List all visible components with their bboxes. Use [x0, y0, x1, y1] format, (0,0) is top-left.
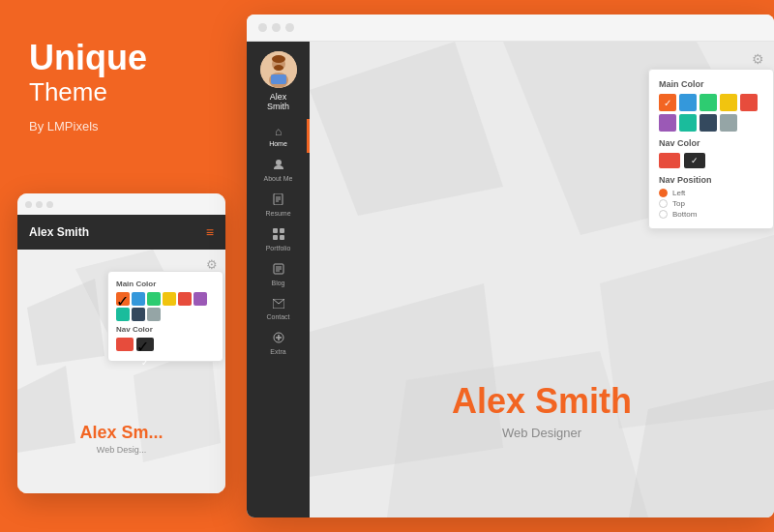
desktop-nav-color-title: Nav Color	[659, 138, 763, 148]
color-swatch-orange[interactable]: ✓	[116, 292, 130, 306]
d-swatch-green[interactable]	[700, 94, 717, 111]
d-swatch-red[interactable]	[740, 94, 758, 111]
desktop-sidebar: AlexSmith ⌂ Home About Me Resume	[247, 42, 310, 517]
d-swatch-purple[interactable]	[659, 114, 676, 132]
desktop-top-bar	[247, 15, 774, 42]
mobile-color-panel: Main Color ✓ Nav Color ✓	[107, 271, 223, 362]
desktop-hero-role: Web Designer	[310, 426, 774, 440]
nav-pos-bottom[interactable]: Bottom	[659, 210, 763, 219]
sidebar-item-home[interactable]: ⌂ Home	[247, 119, 310, 153]
brand-title: Unique	[29, 39, 203, 77]
extra-icon	[273, 332, 284, 346]
sidebar-item-contact[interactable]: Contact	[247, 292, 310, 326]
mobile-hero-name: Alex Sm...	[17, 423, 225, 443]
sidebar-blog-label: Blog	[271, 280, 284, 286]
sidebar-item-portfolio[interactable]: Portfolio	[247, 222, 310, 257]
mobile-hero-role: Web Desig...	[17, 445, 225, 455]
desktop-hero-name: Alex Smith	[310, 381, 774, 422]
nav-pos-left-label: Left	[672, 189, 685, 197]
nav-pos-bottom-label: Bottom	[672, 210, 697, 219]
color-swatch-red[interactable]	[178, 292, 192, 306]
svg-rect-18	[280, 235, 284, 240]
svg-point-10	[276, 160, 282, 165]
sidebar-about-label: About Me	[264, 175, 293, 182]
svg-marker-28	[310, 42, 503, 216]
mobile-content: ⚙ Main Color ✓ Nav Color ✓ Alex Sm.	[17, 250, 225, 493]
mobile-color-swatches: ✓	[116, 292, 215, 321]
desktop-nav-color-row: ✓	[659, 153, 763, 168]
desktop-hero-section: Alex Smith Web Designer	[310, 381, 774, 440]
color-swatch-dark[interactable]	[132, 308, 145, 321]
mobile-hero-section: Alex Sm... Web Desig...	[17, 423, 225, 455]
sidebar-item-resume[interactable]: Resume	[247, 188, 310, 222]
svg-point-9	[272, 55, 285, 63]
desktop-color-panel: Main Color ✓ Nav Color ✓ Na	[648, 69, 774, 229]
sidebar-home-label: Home	[269, 140, 287, 147]
mobile-nav: Alex Smith ≡	[17, 215, 225, 250]
color-swatch-blue[interactable]	[132, 292, 145, 306]
contact-icon	[273, 298, 284, 311]
desktop-nav-position-title: Nav Position	[659, 175, 763, 185]
sidebar-resume-label: Resume	[265, 210, 290, 217]
nav-radio-left[interactable]	[659, 189, 668, 197]
portfolio-icon	[273, 228, 284, 243]
mobile-main-color-title: Main Color	[116, 280, 215, 288]
svg-point-6	[274, 65, 283, 71]
home-icon: ⌂	[275, 125, 282, 138]
nav-radio-top[interactable]	[659, 199, 668, 208]
mobile-nav-color-title: Nav Color	[116, 325, 215, 334]
svg-marker-1	[27, 279, 104, 366]
mobile-nav-title: Alex Smith	[29, 225, 89, 239]
color-swatch-teal[interactable]	[116, 308, 130, 321]
mobile-dot-3	[46, 201, 53, 208]
sidebar-extra-label: Extra	[270, 348, 285, 355]
mobile-dot-2	[36, 201, 43, 208]
color-swatch-purple[interactable]	[194, 292, 207, 306]
sidebar-item-blog[interactable]: Blog	[247, 257, 310, 292]
mobile-mockup: Alex Smith ≡ ⚙ Main Color ✓	[17, 193, 225, 493]
color-swatch-gray[interactable]	[147, 308, 161, 321]
desktop-main-content: ⚙ Main Color ✓ Nav Color	[310, 42, 774, 517]
mobile-top-bar	[17, 193, 225, 215]
svg-rect-8	[271, 74, 286, 84]
sidebar-item-extra[interactable]: Extra	[247, 326, 310, 361]
blog-icon	[273, 263, 284, 278]
desktop-mockup: AlexSmith ⌂ Home About Me Resume	[247, 15, 774, 517]
mobile-nav-color-row: ✓	[116, 338, 215, 351]
desktop-nav-positions: Left Top Bottom	[659, 189, 763, 219]
d-swatch-darkblue[interactable]	[700, 114, 717, 132]
sidebar-avatar	[260, 51, 297, 88]
sidebar-item-about[interactable]: About Me	[247, 153, 310, 188]
nav-pos-top[interactable]: Top	[659, 199, 763, 208]
resume-icon	[273, 193, 283, 208]
d-swatch-blue[interactable]	[679, 94, 697, 111]
svg-rect-16	[280, 228, 284, 233]
svg-rect-17	[273, 235, 278, 240]
nav-pos-left[interactable]: Left	[659, 189, 763, 197]
nav-radio-bottom[interactable]	[659, 210, 668, 219]
svg-rect-15	[273, 228, 278, 233]
nav-color-dark[interactable]: ✓	[136, 338, 154, 351]
mobile-gear-icon[interactable]: ⚙	[206, 257, 218, 272]
brand-byline: By LMPixels	[29, 119, 203, 133]
mobile-dot-1	[25, 201, 32, 208]
desktop-gear-icon[interactable]: ⚙	[752, 51, 764, 67]
sidebar-contact-label: Contact	[266, 313, 289, 320]
brand-subtitle: Theme	[29, 77, 203, 107]
desktop-body: AlexSmith ⌂ Home About Me Resume	[247, 42, 774, 517]
color-swatch-green[interactable]	[147, 292, 161, 306]
color-swatch-yellow[interactable]	[163, 292, 176, 306]
desktop-dot-2	[272, 23, 281, 32]
nav-pos-top-label: Top	[672, 199, 685, 208]
d-nav-dark[interactable]: ✓	[684, 153, 705, 168]
d-swatch-yellow[interactable]	[720, 94, 737, 111]
desktop-dot-1	[258, 23, 267, 32]
d-swatch-gray[interactable]	[720, 114, 737, 132]
d-nav-red[interactable]	[659, 153, 680, 168]
hamburger-icon[interactable]: ≡	[206, 224, 214, 240]
nav-color-red[interactable]	[116, 338, 134, 351]
d-swatch-orange[interactable]: ✓	[659, 94, 676, 111]
desktop-dot-3	[285, 23, 294, 32]
d-swatch-teal[interactable]	[679, 114, 697, 132]
sidebar-portfolio-label: Portfolio	[266, 245, 291, 251]
